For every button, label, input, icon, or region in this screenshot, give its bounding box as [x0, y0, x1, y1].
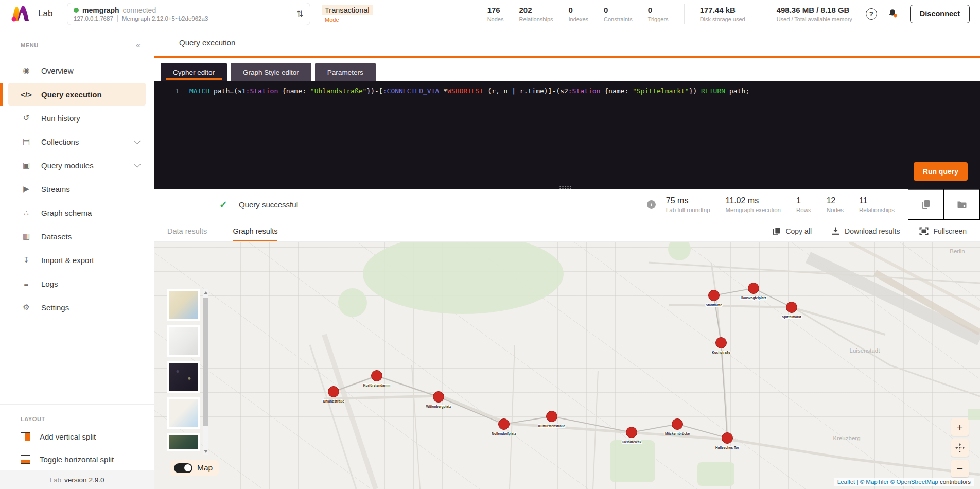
query-status-bar: ✓ Query successful i 75 msLab full round…: [154, 189, 980, 220]
zoom-out-button[interactable]: −: [951, 460, 969, 477]
attribution-link[interactable]: © OpenStreetMap: [890, 479, 938, 485]
sidebar-item-datasets[interactable]: ▥Datasets: [8, 225, 146, 248]
center-graph-button[interactable]: [951, 439, 969, 457]
version-prefix: Lab: [50, 476, 62, 484]
notifications-icon[interactable]: [887, 8, 898, 20]
scroll-down-icon[interactable]: [204, 450, 208, 453]
connection-address: 127.0.0.1:7687: [74, 15, 113, 22]
map-canvas[interactable]: BerlinLuisenstadtKreuzbergUhlandstraßeKu…: [154, 242, 980, 489]
scroll-up-icon[interactable]: [204, 291, 208, 294]
sidebar-item-logs[interactable]: ≡Logs: [8, 272, 146, 295]
station-node[interactable]: Kurfürstenstraße: [538, 411, 566, 428]
zoom-in-button[interactable]: +: [951, 418, 969, 436]
metric-label: Relationships: [859, 207, 895, 213]
layout-item-label: Toggle horizontal split: [40, 455, 114, 464]
copy-result-button[interactable]: [908, 189, 944, 220]
sidebar-item-settings[interactable]: ⚙Settings: [8, 296, 146, 319]
copy-icon: [773, 226, 781, 236]
tab-parameters[interactable]: Parameters: [315, 63, 376, 81]
sidebar-item-label: Import & export: [41, 256, 94, 265]
map-style-thumbnail[interactable]: [167, 361, 200, 393]
line-number: 1: [154, 85, 179, 96]
info-icon[interactable]: i: [647, 200, 656, 209]
tab-cypher-editor[interactable]: Cypher editor: [161, 63, 227, 81]
sidebar-item-collections[interactable]: ▤Collections: [8, 130, 146, 153]
main-panel: Query execution Cypher editorGraph Style…: [154, 28, 980, 489]
sidebar-item-query-modules[interactable]: ▣Query modules: [8, 154, 146, 177]
sidebar-layout-list: Add vertical splitToggle horizontal spli…: [0, 425, 154, 470]
sidebar-item-overview[interactable]: ◉Overview: [8, 59, 146, 82]
resize-handle[interactable]: [559, 185, 572, 189]
connection-card[interactable]: memgraph connected 127.0.0.1:7687 Memgra…: [67, 3, 310, 25]
version-bar: Lab version 2.9.0: [0, 470, 154, 489]
collapse-sidebar-icon[interactable]: «: [136, 41, 141, 50]
metric-value: 75 ms: [666, 196, 710, 205]
stat-label: Indexes: [569, 16, 589, 22]
copy-all-button[interactable]: Copy all: [773, 226, 812, 236]
query-metric: 12Nodes: [827, 196, 844, 213]
tab-data-results[interactable]: Data results: [167, 220, 207, 241]
station-node-label: Stadtmitte: [706, 303, 722, 307]
station-node[interactable]: Stadtmitte: [706, 290, 722, 307]
stat-value: 177.44 kB: [700, 6, 745, 14]
tab-graph-results[interactable]: Graph results: [233, 220, 277, 241]
sidebar-item-label: Query execution: [41, 90, 102, 99]
terminal-icon: ▣: [21, 161, 32, 170]
memgraph-logo-icon: [10, 4, 31, 24]
header-stat: 498.36 MB / 8.18 GBUsed / Total availabl…: [777, 6, 852, 22]
save-to-collection-button[interactable]: [944, 189, 980, 220]
map-zoom-controls: + −: [951, 418, 969, 477]
station-node-label: Hallesches Tor: [715, 446, 739, 449]
attribution-link[interactable]: Leaflet: [837, 479, 855, 485]
connection-version: Memgraph 2.12.0+5~b2de962a3: [117, 15, 208, 22]
stat-value: 0: [569, 6, 589, 14]
metric-label: Memgraph execution: [726, 207, 781, 213]
map-style-thumbnail[interactable]: [167, 433, 200, 451]
schema-icon: ∴: [21, 208, 32, 217]
sidebar-item-streams[interactable]: ▶Streams: [8, 178, 146, 200]
map-style-scrollbar[interactable]: [203, 289, 208, 455]
cypher-editor[interactable]: 1 MATCH path=(s1:Station {name: "Uhlands…: [154, 81, 980, 189]
fullscreen-button[interactable]: Fullscreen: [919, 226, 967, 236]
query-metric: 1Rows: [796, 196, 811, 213]
map-style-thumbnail[interactable]: [167, 325, 200, 357]
sidebar-item-run-history[interactable]: ↺Run history: [8, 107, 146, 129]
query-text[interactable]: MATCH path=(s1:Station {name: "Uhlandstr…: [179, 85, 749, 96]
sidebar-item-graph-schema[interactable]: ∴Graph schema: [8, 201, 146, 224]
station-node[interactable]: Gleisdreieck: [622, 427, 642, 444]
map-style-thumbnail[interactable]: [167, 289, 200, 321]
tab-graph-style-editor[interactable]: Graph Style editor: [231, 63, 311, 81]
transaction-mode-chip: Transactional Mode: [322, 6, 373, 23]
scrollbar-thumb[interactable]: [203, 298, 208, 426]
station-node[interactable]: Nollendorfplatz: [492, 419, 516, 436]
run-query-button[interactable]: Run query: [914, 162, 968, 181]
station-node[interactable]: Kochstraße: [712, 338, 730, 355]
layout-item-toggle-horizontal-split[interactable]: Toggle horizontal split: [0, 448, 154, 470]
map-style-thumbnail[interactable]: [167, 397, 200, 429]
action-label: Download results: [845, 227, 900, 235]
attribution-link[interactable]: © MapTiler: [860, 479, 889, 485]
version-link[interactable]: version 2.9.0: [64, 476, 104, 484]
station-node[interactable]: Hausvogteiplatz: [741, 283, 767, 301]
attribution-suffix: contributors: [940, 479, 971, 485]
gear-icon: ⚙: [21, 303, 32, 312]
sidebar-item-import-export[interactable]: ↧Import & export: [8, 249, 146, 271]
help-icon[interactable]: ?: [866, 8, 877, 20]
header-stat: 176Nodes: [487, 6, 504, 22]
download-results-button[interactable]: Download results: [831, 226, 900, 236]
metric-value: 1: [796, 196, 811, 205]
map-toggle[interactable]: Map: [170, 460, 219, 476]
fullscreen-icon: [919, 227, 929, 235]
toggle-switch-icon[interactable]: [174, 463, 192, 473]
sidebar-item-query-execution[interactable]: </>Query execution: [8, 83, 146, 106]
metric-label: Rows: [796, 207, 811, 213]
results-tabs: Data resultsGraph results: [154, 220, 277, 241]
layout-item-add-vertical-split[interactable]: Add vertical split: [0, 425, 154, 448]
disconnect-button[interactable]: Disconnect: [910, 5, 970, 23]
query-metric: 75 msLab full roundtrip: [666, 196, 710, 213]
map-style-picker: [167, 289, 200, 451]
header-stat: 0Triggers: [648, 6, 669, 22]
layout-section-label: LAYOUT: [0, 405, 154, 425]
station-node-label: Wittenbergplatz: [426, 405, 451, 409]
stat-label: Constraints: [604, 16, 633, 22]
